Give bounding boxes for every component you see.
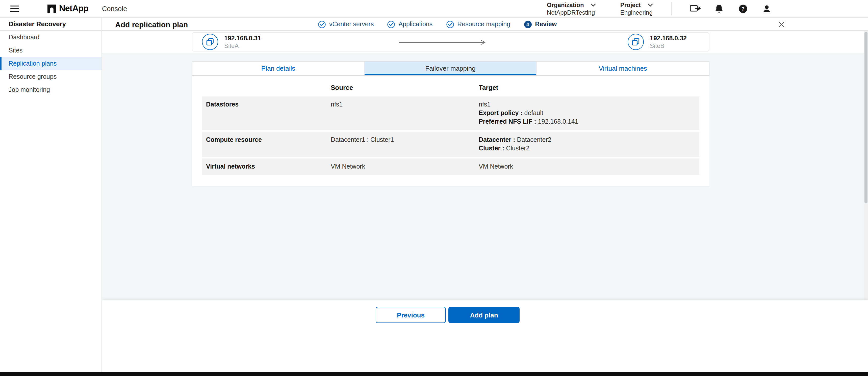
bell-icon [714, 4, 723, 13]
organization-value: NetAppDRTesting [547, 9, 596, 16]
table-header-category [206, 84, 331, 91]
step-vcenter-servers[interactable]: vCenter servers [318, 21, 374, 28]
wizard-footer: Previous Add plan [102, 300, 868, 372]
sidebar-item-resource-groups[interactable]: Resource groups [0, 70, 101, 83]
step-label: Resource mapping [457, 21, 510, 28]
replication-sites-card: 192.168.0.31 SiteA 192.168.0.32 SiteB [192, 32, 709, 52]
target-line-label: Cluster : [479, 145, 506, 152]
console-switcher-icon [690, 4, 701, 13]
destination-site: 192.168.0.32 SiteB [628, 33, 687, 51]
row-source-value: nfs1 [331, 100, 479, 126]
project-picker-top: Project [620, 1, 653, 8]
table-header-row: Source Target [202, 82, 699, 96]
step-complete-check-icon [387, 21, 395, 28]
row-source-value: VM Network [331, 162, 479, 171]
target-line-value: Datacenter2 [517, 136, 551, 143]
sidebar-item-job-monitoring[interactable]: Job monitoring [0, 83, 101, 96]
step-review[interactable]: 4 Review [524, 21, 557, 28]
step-applications[interactable]: Applications [387, 21, 433, 28]
row-target-values: nfs1 Export policy : default Preferred N… [479, 100, 699, 126]
row-category: Compute resource [206, 136, 331, 153]
account-button[interactable] [759, 1, 774, 16]
account-icon [762, 4, 771, 13]
source-site-ip: 192.168.0.31 [224, 35, 261, 42]
add-plan-button[interactable]: Add plan [448, 307, 520, 323]
previous-button[interactable]: Previous [376, 307, 446, 323]
sidebar-item-sites[interactable]: Sites [0, 44, 101, 57]
svg-text:?: ? [741, 5, 745, 11]
hamburger-menu-button[interactable] [9, 3, 20, 14]
scrollbar[interactable] [864, 31, 868, 300]
target-line-value: default [524, 109, 543, 117]
project-label: Project [620, 1, 641, 8]
organization-label: Organization [547, 1, 584, 8]
destination-site-name: SiteB [650, 42, 687, 49]
topbar-left: NetApp Console [0, 3, 127, 14]
organization-picker-top: Organization [547, 1, 596, 8]
app-window: NetApp Console Organization NetAppDRTest… [0, 0, 868, 376]
project-value: Engineering [620, 9, 653, 16]
wizard-header: Add replication plan vCenter servers App… [102, 18, 868, 31]
step-number-badge: 4 [524, 21, 531, 28]
brand-name: NetApp [59, 3, 88, 13]
review-panel: Plan details Failover mapping Virtual ma… [192, 61, 709, 186]
target-line: Cluster : Cluster2 [479, 144, 699, 153]
site-icon [628, 34, 644, 50]
netapp-logo: NetApp [48, 3, 88, 13]
destination-site-ip: 192.168.0.32 [650, 35, 687, 42]
target-line-label: Datacenter : [479, 136, 517, 143]
sidebar-title: Disaster Recovery [0, 18, 101, 31]
wizard-content: 192.168.0.31 SiteA 192.168.0.32 SiteB [102, 31, 868, 300]
target-line-value: 192.168.0.141 [538, 118, 579, 125]
table-header-target: Target [479, 84, 699, 91]
close-wizard-button[interactable] [776, 19, 787, 30]
help-button[interactable]: ? [735, 1, 750, 16]
chevron-down-icon [648, 3, 653, 6]
notifications-button[interactable] [711, 1, 726, 16]
topbar-right: Organization NetAppDRTesting Project Eng… [547, 1, 868, 16]
table-row-datastores: Datastores nfs1 nfs1 Export policy : def… [202, 96, 699, 130]
target-line-value: nfs1 [479, 101, 491, 108]
target-line: Export policy : default [479, 109, 699, 118]
target-line-value: Cluster2 [506, 145, 529, 152]
organization-picker[interactable]: Organization NetAppDRTesting [547, 1, 596, 16]
destination-site-info: 192.168.0.32 SiteB [650, 35, 687, 49]
review-tabs: Plan details Failover mapping Virtual ma… [192, 61, 709, 76]
netapp-logo-icon [48, 4, 56, 13]
console-switcher-button[interactable] [688, 1, 703, 16]
row-target-values: VM Network [479, 162, 699, 171]
bottom-black-strip [0, 372, 868, 376]
tab-virtual-machines[interactable]: Virtual machines [537, 62, 709, 75]
step-label: vCenter servers [329, 21, 374, 28]
tab-plan-details[interactable]: Plan details [192, 62, 365, 75]
top-app-bar: NetApp Console Organization NetAppDRTest… [0, 0, 868, 18]
site-icon [202, 34, 218, 50]
replication-direction-arrow-icon [398, 39, 489, 45]
step-label: Applications [398, 21, 433, 28]
source-site-name: SiteA [224, 42, 261, 49]
page-title: Add replication plan [115, 18, 188, 31]
site-band: 192.168.0.31 SiteA 192.168.0.32 SiteB [102, 31, 868, 53]
source-site: 192.168.0.31 SiteA [202, 33, 261, 51]
target-line-label: Export policy : [479, 109, 524, 117]
sidebar-item-dashboard[interactable]: Dashboard [0, 31, 101, 44]
topbar-divider [671, 2, 672, 15]
step-complete-check-icon [318, 21, 326, 28]
row-category: Virtual networks [206, 162, 331, 171]
sidebar-item-replication-plans[interactable]: Replication plans [0, 57, 101, 70]
failover-mapping-table: Source Target Datastores nfs1 nfs1 Expor… [192, 76, 709, 186]
step-resource-mapping[interactable]: Resource mapping [446, 21, 510, 28]
target-line: VM Network [479, 162, 699, 171]
target-line: Preferred NFS LIF : 192.168.0.141 [479, 118, 699, 126]
source-site-info: 192.168.0.31 SiteA [224, 35, 261, 49]
hamburger-menu-icon [10, 5, 19, 12]
row-target-values: Datacenter : Datacenter2 Cluster : Clust… [479, 136, 699, 153]
row-source-value: Datacenter1 : Cluster1 [331, 136, 479, 153]
table-row-virtual-networks: Virtual networks VM Network VM Network [202, 158, 699, 175]
target-line: Datacenter : Datacenter2 [479, 136, 699, 144]
tab-failover-mapping[interactable]: Failover mapping [365, 62, 537, 75]
target-line-label: Preferred NFS LIF : [479, 118, 538, 125]
project-picker[interactable]: Project Engineering [620, 1, 653, 16]
sidebar: Disaster Recovery Dashboard Sites Replic… [0, 18, 102, 372]
scrollbar-thumb[interactable] [865, 32, 868, 203]
